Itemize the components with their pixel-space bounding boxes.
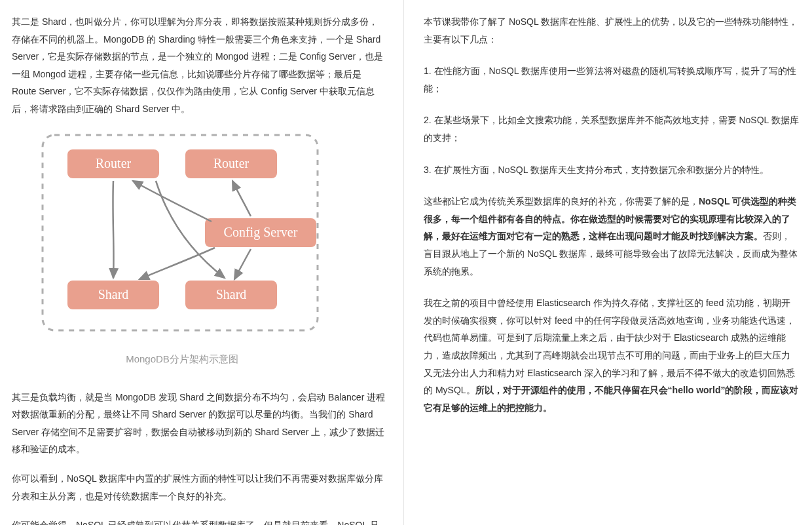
mongodb-sharding-diagram: Router Router Config Server Shard Shard — [35, 130, 387, 345]
right-paragraph-3: 2. 在某些场景下，比如全文搜索功能，关系型数据库并不能高效地支持，需要 NoS… — [424, 111, 799, 146]
left-paragraph-1: 其二是 Shard，也叫做分片，你可以理解为分库分表，即将数据按照某种规则拆分成… — [12, 13, 387, 118]
diagram-caption: MongoDB分片架构示意图 — [35, 350, 329, 369]
diagram-shard1-label: Shard — [98, 287, 129, 301]
left-paragraph-3: 你可以看到，NoSQL 数据库中内置的扩展性方面的特性可以让我们不再需要对数据库… — [12, 470, 387, 505]
diagram-config-label: Config Server — [224, 225, 298, 240]
diagram-router1-label: Router — [96, 156, 132, 170]
right-paragraph-1: 本节课我带你了解了 NoSQL 数据库在性能、扩展性上的优势，以及它的一些特殊功… — [424, 13, 799, 48]
right-paragraph-5: 这些都让它成为传统关系型数据库的良好的补充，你需要了解的是，NoSQL 可供选型… — [424, 193, 799, 280]
diagram-router2-label: Router — [213, 156, 249, 170]
right-paragraph-2: 1. 在性能方面，NoSQL 数据库使用一些算法将对磁盘的随机写转换成顺序写，提… — [424, 62, 799, 97]
diagram-shard2-label: Shard — [216, 287, 247, 301]
right-p6-bold: 所以，对于开源组件的使用，不能只停留在只会“hello world”的阶段，而应… — [424, 385, 798, 413]
right-p6-leadtext: 我在之前的项目中曾经使用 Elasticsearch 作为持久存储，支撑社区的 … — [424, 298, 795, 395]
right-paragraph-4: 3. 在扩展性方面，NoSQL 数据库天生支持分布式，支持数据冗余和数据分片的特… — [424, 161, 799, 179]
left-paragraph-4: 你可能会觉得，NoSQL 已经成熟到可以代替关系型数据库了，但是就目前来看，No… — [12, 516, 387, 525]
right-paragraph-6: 我在之前的项目中曾经使用 Elasticsearch 作为持久存储，支撑社区的 … — [424, 294, 799, 416]
right-p5-leadtext: 这些都让它成为传统关系型数据库的良好的补充，你需要了解的是， — [424, 196, 699, 206]
left-paragraph-2: 其三是负载均衡，就是当 MongoDB 发现 Shard 之间数据分布不均匀，会… — [12, 389, 387, 458]
